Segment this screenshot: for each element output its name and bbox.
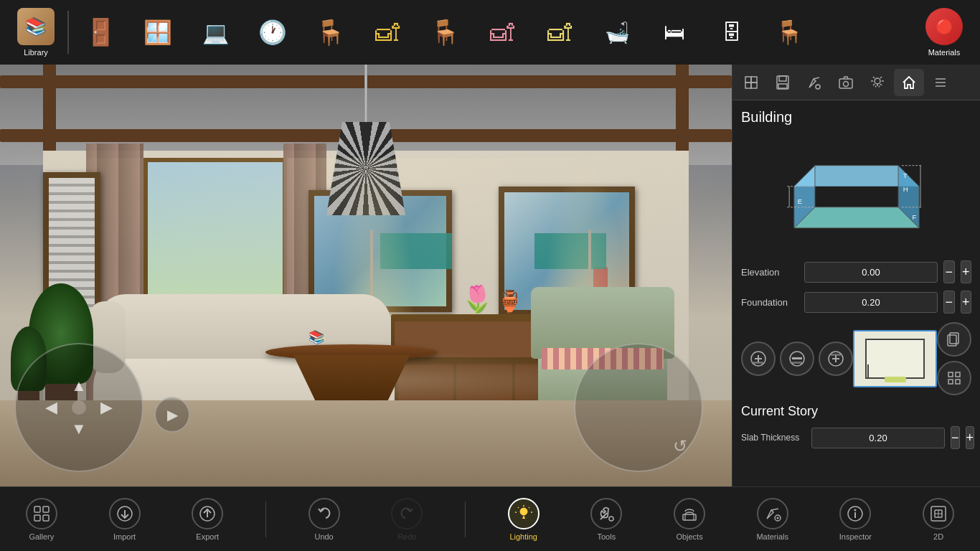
foundation-plus-btn[interactable]: + — [961, 291, 972, 314]
top-toolbar: 📚 Library 🚪 🪟 💻 🕐 🪑 🛋 🪑 🛋 🛋 🛁 🛏 🗄 🪑 — [0, 0, 980, 65]
window-icon: 🪟 — [136, 13, 179, 52]
copy-btn[interactable] — [937, 322, 971, 357]
export-label: Export — [196, 532, 219, 541]
rt-list-btn[interactable] — [925, 69, 956, 96]
materials-bottom-icon — [757, 498, 788, 529]
slab-minus-btn[interactable]: − — [951, 426, 960, 449]
top-furniture-window[interactable]: 🪟 — [129, 4, 187, 61]
redo-label: Redo — [397, 532, 416, 541]
svg-rect-49 — [34, 507, 40, 512]
sofa-pink-icon: 🛋 — [481, 13, 524, 52]
right-nav-control[interactable]: ↺ — [574, 343, 703, 472]
import-label: Import — [113, 532, 136, 541]
left-nav-control[interactable]: ▲ ◀ ▶ ▼ — [14, 343, 143, 472]
top-furniture-bed[interactable]: 🛏 — [646, 4, 703, 61]
bottom-inspector-btn[interactable]: Inspector — [830, 487, 880, 551]
library-label: Library — [24, 48, 48, 57]
top-furniture-sofa-yellow[interactable]: 🛋 — [531, 4, 588, 61]
rt-photo-btn[interactable] — [831, 69, 861, 96]
bottom-2d-btn[interactable]: 2D — [913, 487, 963, 551]
top-divider-1 — [67, 11, 69, 54]
top-furniture-dresser[interactable]: 🗄 — [703, 4, 760, 61]
building-section-title: Building — [741, 109, 971, 126]
objects-label: Objects — [676, 532, 702, 541]
materials-bottom-label: Materials — [756, 532, 788, 541]
foundation-row: Foundation − + — [741, 291, 971, 314]
bottom-materials-btn[interactable]: Materials — [748, 487, 798, 551]
materials-icon: 🔴 — [925, 8, 963, 45]
rt-select-btn[interactable] — [736, 69, 766, 96]
slab-input[interactable] — [811, 428, 945, 448]
inspector-icon — [839, 498, 871, 529]
elevation-plus-btn[interactable]: + — [961, 260, 972, 283]
top-furniture-clock[interactable]: 🕐 — [244, 4, 301, 61]
svg-point-69 — [776, 517, 778, 519]
rt-paint-btn[interactable] — [799, 69, 829, 96]
svg-rect-3 — [751, 83, 757, 88]
elevation-minus-btn[interactable]: − — [943, 260, 955, 283]
main-viewport: 🌷 🏺 📚 — [0, 65, 732, 486]
bottom-gallery-btn[interactable]: Gallery — [17, 487, 67, 551]
undo-label: Undo — [314, 532, 333, 541]
svg-rect-5 — [779, 76, 786, 81]
top-furniture-chair-pink[interactable]: 🪑 — [416, 4, 473, 61]
bottom-tools-btn[interactable]: Tools — [581, 487, 631, 551]
tools-icon — [590, 498, 622, 529]
door-icon: 🚪 — [79, 13, 122, 52]
foundation-input[interactable] — [804, 292, 938, 313]
right-panel: Building T H E — [732, 65, 980, 486]
top-furniture-chair-red[interactable]: 🪑 — [301, 4, 359, 61]
bottom-redo-btn[interactable]: Redo — [382, 487, 432, 551]
bottom-lighting-btn[interactable]: Lighting — [499, 487, 549, 551]
add-below-btn[interactable] — [819, 342, 853, 376]
objects-icon — [674, 498, 705, 529]
room-scene: 🌷 🏺 📚 — [0, 65, 732, 486]
add-story-above-btn[interactable] — [741, 342, 776, 376]
floor-plan-thumbnail[interactable] — [853, 330, 937, 387]
svg-point-57 — [520, 508, 527, 515]
top-furniture-chair-red2[interactable]: 🪑 — [760, 4, 818, 61]
svg-rect-38 — [792, 362, 802, 364]
rt-light-btn[interactable] — [862, 69, 892, 96]
dresser-icon: 🗄 — [710, 13, 753, 52]
svg-text:E: E — [797, 197, 802, 205]
top-furniture-bathtub[interactable]: 🛁 — [588, 4, 646, 61]
top-furniture-door[interactable]: 🚪 — [72, 4, 129, 61]
svg-line-59 — [518, 507, 519, 508]
svg-rect-35 — [753, 362, 763, 364]
settings-btn[interactable] — [937, 361, 971, 395]
slab-plus-btn[interactable]: + — [966, 426, 975, 449]
right-panel-content: Building T H E — [732, 100, 980, 486]
lighting-label: Lighting — [509, 532, 537, 541]
chair-red-icon: 🪑 — [308, 13, 352, 52]
left-arrow-control[interactable]: ▶ — [154, 397, 190, 433]
bottom-import-btn[interactable]: Import — [100, 487, 150, 551]
svg-rect-0 — [745, 77, 751, 83]
chair-pink-icon: 🪑 — [423, 13, 466, 52]
delete-story-btn[interactable] — [780, 342, 814, 376]
bottom-export-btn[interactable]: Export — [182, 487, 232, 551]
bottom-undo-btn[interactable]: Undo — [299, 487, 349, 551]
top-library-button[interactable]: 📚 Library — [7, 4, 65, 61]
right-panel-toolbar — [732, 65, 980, 100]
svg-text:T: T — [903, 171, 907, 179]
foundation-minus-btn[interactable]: − — [943, 291, 955, 314]
2d-icon — [923, 498, 954, 529]
rt-home-btn[interactable] — [894, 69, 924, 96]
top-furniture-laptop[interactable]: 💻 — [187, 4, 244, 61]
top-furniture-sofa-pink[interactable]: 🛋 — [473, 4, 531, 61]
top-furniture-armchair-yellow[interactable]: 🛋 — [359, 4, 416, 61]
svg-rect-47 — [948, 380, 953, 384]
clock-icon: 🕐 — [251, 13, 294, 52]
library-icon: 📚 — [17, 8, 55, 45]
svg-rect-1 — [751, 77, 757, 83]
lamp-shade — [326, 122, 405, 215]
building-svg: T H E F — [785, 138, 928, 245]
svg-point-11 — [875, 78, 880, 84]
bottom-objects-btn[interactable]: Objects — [664, 487, 715, 551]
rt-save-btn[interactable] — [768, 69, 798, 96]
bed-icon: 🛏 — [653, 13, 696, 52]
top-materials-button[interactable]: 🔴 Materials — [915, 4, 973, 61]
foundation-label: Foundation — [741, 297, 798, 308]
elevation-input[interactable] — [804, 262, 938, 283]
